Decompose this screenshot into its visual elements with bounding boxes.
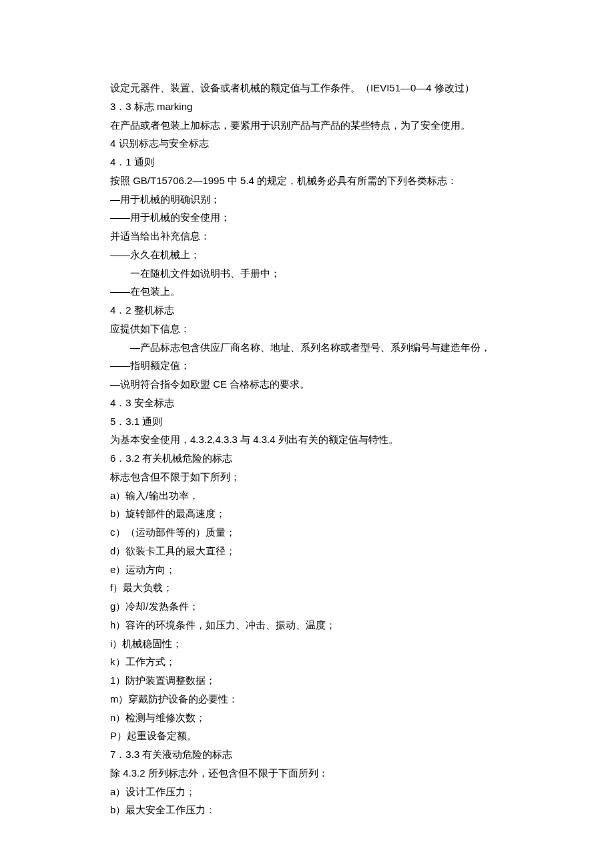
text-line: a）设计工作压力； — [110, 783, 524, 801]
text-line: i）机械稳固性； — [110, 634, 524, 653]
text-line: 一在随机文件如说明书、手册中； — [110, 264, 524, 283]
text-line: 4．2 整机标志 — [110, 301, 524, 320]
text-line: e）运动方向； — [110, 560, 524, 579]
text-line: n）检测与维修次数； — [110, 709, 524, 727]
text-line: h）容许的环境条件，如压力、冲击、振动、温度； — [110, 616, 524, 634]
text-line: 4 识别标志与安全标志 — [110, 134, 524, 153]
text-line: 4．1 通则 — [110, 153, 524, 171]
text-line: 7．3.3 有关液动危险的标志 — [110, 745, 524, 764]
text-line: 3．3 标志 marking — [110, 97, 524, 116]
text-line: k）工作方式； — [110, 653, 524, 671]
text-line: ——在包装上。 — [110, 282, 524, 301]
text-line: a）输入/输出功率， — [110, 486, 524, 505]
text-line: 4．3 安全标志 — [110, 394, 524, 412]
text-line: 5．3.1 通则 — [110, 412, 524, 431]
text-line: m）穿戴防护设备的必要性： — [110, 690, 524, 709]
text-line: 为基本安全使用，4.3.2,4.3.3 与 4.3.4 列出有关的额定值与特性。 — [110, 430, 524, 449]
text-line: 设定元器件、装置、设备或者机械的额定值与工作条件。（IEVI51—0—4 修改过… — [110, 79, 524, 97]
text-line: —产品标志包含供应厂商名称、地址、系列名称或者型号、系列编号与建造年份， — [110, 338, 524, 357]
text-line: d）欲装卡工具的最大直径； — [110, 542, 524, 560]
text-line: ——永久在机械上； — [110, 246, 524, 264]
text-line: 应提供如下信息： — [110, 320, 524, 338]
text-line: 除 4.3.2 所列标志外，还包含但不限于下面所列： — [110, 764, 524, 783]
text-line: ——指明额定值； — [110, 356, 524, 375]
text-line: 标志包含但不限于如下所列； — [110, 468, 524, 486]
text-line: 在产品或者包装上加标志，要紧用于识别产品与产品的某些特点，为了安全使用。 — [110, 116, 524, 135]
text-line: ——用于机械的安全使用； — [110, 208, 524, 227]
text-line: f）最大负载； — [110, 578, 524, 597]
text-line: b）最大安全工作压力： — [110, 801, 524, 819]
text-line: c）（运动部件等的）质量； — [110, 523, 524, 542]
document-page: 设定元器件、装置、设备或者机械的额定值与工作条件。（IEVI51—0—4 修改过… — [0, 0, 524, 859]
text-line: 并适当给出补充信息： — [110, 227, 524, 246]
text-line: —说明符合指令如欧盟 CE 合格标志的要求。 — [110, 375, 524, 394]
text-line: 1）防护装置调整数据； — [110, 671, 524, 690]
text-line: b）旋转部件的最高速度； — [110, 504, 524, 523]
text-line: 按照 GB/T15706.2—1995 中 5.4 的规定，机械务必具有所需的下… — [110, 171, 524, 190]
text-line: P）起重设备定额。 — [110, 727, 524, 745]
text-line: —用于机械的明确识别； — [110, 190, 524, 209]
text-line: 6．3.2 有关机械危险的标志 — [110, 449, 524, 468]
text-line: g）冷却/发热条件； — [110, 597, 524, 616]
